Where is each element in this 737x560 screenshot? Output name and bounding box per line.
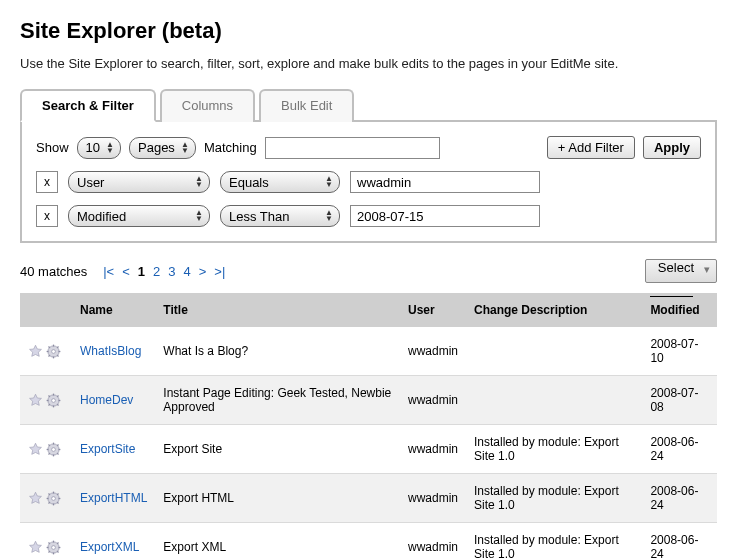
updown-icon: ▲▼ bbox=[325, 210, 333, 222]
svg-point-31 bbox=[52, 496, 56, 500]
svg-line-17 bbox=[57, 404, 58, 405]
page-first[interactable]: |< bbox=[103, 264, 114, 279]
row-change bbox=[466, 327, 642, 376]
tab-search-filter[interactable]: Search & Filter bbox=[20, 89, 156, 122]
remove-filter-button[interactable]: x bbox=[36, 171, 58, 193]
svg-line-36 bbox=[49, 493, 50, 494]
show-count-select[interactable]: 10 ▲▼ bbox=[77, 137, 121, 159]
filter-top-row: Show 10 ▲▼ Pages ▲▼ Matching + Add Filte… bbox=[36, 136, 701, 159]
show-label: Show bbox=[36, 140, 69, 155]
page-link[interactable]: ExportHTML bbox=[80, 491, 147, 505]
page-num[interactable]: 3 bbox=[168, 264, 175, 279]
table-row: ExportSiteExport SitewwadminInstalled by… bbox=[20, 425, 717, 474]
page-next[interactable]: > bbox=[199, 264, 207, 279]
row-name: ExportXML bbox=[72, 523, 155, 561]
select-dropdown[interactable]: Select bbox=[645, 259, 717, 283]
row-name: WhatIsBlog bbox=[72, 327, 155, 376]
svg-line-47 bbox=[57, 551, 58, 552]
svg-line-6 bbox=[49, 346, 50, 347]
gear-icon[interactable] bbox=[46, 540, 61, 555]
col-user[interactable]: User bbox=[400, 293, 466, 327]
filter-value-input[interactable] bbox=[350, 171, 540, 193]
filter-field-select[interactable]: Modified ▲▼ bbox=[68, 205, 210, 227]
row-title: Instant Page Editing: Geek Tested, Newbi… bbox=[155, 376, 400, 425]
page-num[interactable]: 2 bbox=[153, 264, 160, 279]
apply-button[interactable]: Apply bbox=[643, 136, 701, 159]
row-modified: 2008-06-24 bbox=[642, 523, 717, 561]
row-user: wwadmin bbox=[400, 474, 466, 523]
svg-line-19 bbox=[57, 395, 58, 396]
page-link[interactable]: WhatIsBlog bbox=[80, 344, 141, 358]
row-name: ExportSite bbox=[72, 425, 155, 474]
svg-point-11 bbox=[52, 398, 56, 402]
col-title[interactable]: Title bbox=[155, 293, 400, 327]
row-user: wwadmin bbox=[400, 376, 466, 425]
table-row: WhatIsBlogWhat Is a Blog?wwadmin2008-07-… bbox=[20, 327, 717, 376]
row-actions bbox=[20, 474, 72, 523]
updown-icon: ▲▼ bbox=[195, 210, 203, 222]
row-change: Installed by module: Export Site 1.0 bbox=[466, 474, 642, 523]
star-icon[interactable] bbox=[28, 442, 43, 457]
page-link[interactable]: HomeDev bbox=[80, 393, 133, 407]
match-count: 40 matches bbox=[20, 264, 87, 279]
gear-icon[interactable] bbox=[46, 344, 61, 359]
gear-icon[interactable] bbox=[46, 491, 61, 506]
remove-filter-button[interactable]: x bbox=[36, 205, 58, 227]
item-type-select[interactable]: Pages ▲▼ bbox=[129, 137, 196, 159]
page-link[interactable]: ExportSite bbox=[80, 442, 135, 456]
row-change: Installed by module: Export Site 1.0 bbox=[466, 523, 642, 561]
page-prev[interactable]: < bbox=[122, 264, 130, 279]
matching-input[interactable] bbox=[265, 137, 440, 159]
page-num[interactable]: 1 bbox=[138, 264, 145, 279]
col-modified[interactable]: Modified bbox=[642, 293, 717, 327]
star-icon[interactable] bbox=[28, 491, 43, 506]
page-num[interactable]: 4 bbox=[183, 264, 190, 279]
star-icon[interactable] bbox=[28, 540, 43, 555]
svg-line-37 bbox=[57, 502, 58, 503]
row-modified: 2008-06-24 bbox=[642, 425, 717, 474]
row-name: HomeDev bbox=[72, 376, 155, 425]
svg-line-46 bbox=[49, 542, 50, 543]
svg-line-7 bbox=[57, 355, 58, 356]
svg-point-1 bbox=[52, 349, 56, 353]
row-title: What Is a Blog? bbox=[155, 327, 400, 376]
col-icons bbox=[20, 293, 72, 327]
filter-row-1: x Modified ▲▼ Less Than ▲▼ bbox=[36, 205, 701, 227]
svg-line-26 bbox=[49, 444, 50, 445]
svg-line-39 bbox=[57, 493, 58, 494]
page-last[interactable]: >| bbox=[214, 264, 225, 279]
gear-icon[interactable] bbox=[46, 393, 61, 408]
filter-op-select[interactable]: Less Than ▲▼ bbox=[220, 205, 340, 227]
row-user: wwadmin bbox=[400, 523, 466, 561]
page-link[interactable]: ExportXML bbox=[80, 540, 139, 554]
gear-icon[interactable] bbox=[46, 442, 61, 457]
svg-line-28 bbox=[49, 453, 50, 454]
svg-line-8 bbox=[49, 355, 50, 356]
svg-line-16 bbox=[49, 395, 50, 396]
tab-bulk-edit[interactable]: Bulk Edit bbox=[259, 89, 354, 122]
row-user: wwadmin bbox=[400, 425, 466, 474]
star-icon[interactable] bbox=[28, 344, 43, 359]
filter-panel: Show 10 ▲▼ Pages ▲▼ Matching + Add Filte… bbox=[20, 122, 717, 243]
row-modified: 2008-07-10 bbox=[642, 327, 717, 376]
row-change bbox=[466, 376, 642, 425]
col-name[interactable]: Name bbox=[72, 293, 155, 327]
row-title: Export HTML bbox=[155, 474, 400, 523]
col-change[interactable]: Change Description bbox=[466, 293, 642, 327]
filter-op-select[interactable]: Equals ▲▼ bbox=[220, 171, 340, 193]
row-user: wwadmin bbox=[400, 327, 466, 376]
filter-value-input[interactable] bbox=[350, 205, 540, 227]
row-actions bbox=[20, 376, 72, 425]
row-name: ExportHTML bbox=[72, 474, 155, 523]
updown-icon: ▲▼ bbox=[181, 142, 189, 154]
filter-field-select[interactable]: User ▲▼ bbox=[68, 171, 210, 193]
svg-line-9 bbox=[57, 346, 58, 347]
star-icon[interactable] bbox=[28, 393, 43, 408]
svg-line-48 bbox=[49, 551, 50, 552]
row-actions bbox=[20, 523, 72, 561]
row-modified: 2008-06-24 bbox=[642, 474, 717, 523]
tab-columns[interactable]: Columns bbox=[160, 89, 255, 122]
row-actions bbox=[20, 327, 72, 376]
add-filter-button[interactable]: + Add Filter bbox=[547, 136, 635, 159]
updown-icon: ▲▼ bbox=[195, 176, 203, 188]
